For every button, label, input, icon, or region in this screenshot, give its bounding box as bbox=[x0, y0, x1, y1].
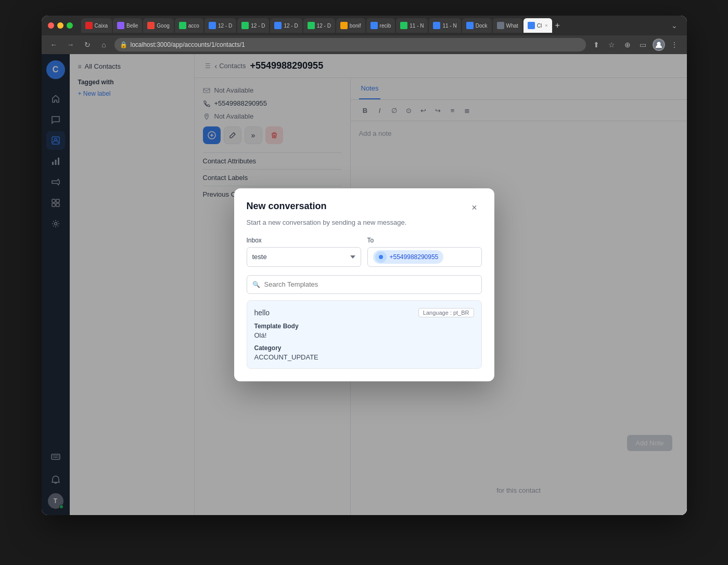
new-tab-button[interactable]: + bbox=[555, 21, 560, 30]
browser-tab-cl[interactable]: Cl × bbox=[523, 18, 552, 33]
tab-favicon-belle bbox=[117, 22, 124, 29]
browser-tab-11n2[interactable]: 11 - N bbox=[429, 18, 461, 33]
modal-title: New conversation bbox=[247, 201, 327, 212]
tab-label-11n1: 11 - N bbox=[410, 23, 424, 29]
url-text: localhost:3000/app/accounts/1/contacts/1 bbox=[131, 41, 245, 48]
menu-icon[interactable]: ⋮ bbox=[668, 38, 681, 51]
tab-label-dock: Dock bbox=[476, 23, 488, 29]
tab-label-cl: Cl bbox=[537, 23, 542, 29]
browser-tab-acco[interactable]: acco bbox=[175, 18, 203, 33]
template-card[interactable]: hello Language : pt_BR Template Body Olá… bbox=[247, 300, 482, 369]
tab-label-caixa: Caixa bbox=[95, 23, 108, 29]
bookmark-icon[interactable]: ☆ bbox=[606, 38, 618, 51]
template-category-label: Category bbox=[254, 344, 474, 352]
address-bar[interactable]: 🔒 localhost:3000/app/accounts/1/contacts… bbox=[114, 38, 586, 52]
tab-favicon-what bbox=[497, 22, 504, 29]
browser-tab-what[interactable]: What bbox=[493, 18, 522, 33]
browser-user-avatar[interactable] bbox=[653, 38, 665, 51]
browser-tab-12d4[interactable]: 12 - D bbox=[303, 18, 335, 33]
new-conversation-modal: New conversation × Start a new conversat… bbox=[234, 188, 494, 381]
modal-close-button[interactable]: × bbox=[467, 201, 482, 215]
browser-tabs: Caixa Belle Goog acco 12 - D 12 - D bbox=[81, 18, 664, 33]
share-icon[interactable]: ⬆ bbox=[590, 38, 603, 51]
browser-tab-dock[interactable]: Dock bbox=[462, 18, 492, 33]
inbox-select[interactable]: teste bbox=[247, 247, 361, 267]
close-tab-button[interactable]: × bbox=[545, 23, 547, 28]
tab-favicon-cl bbox=[528, 22, 535, 29]
search-icon: 🔍 bbox=[252, 281, 260, 288]
tab-label-12d2: 12 - D bbox=[251, 23, 265, 29]
browser-toolbar: ← → ↻ ⌂ 🔒 localhost:3000/app/accounts/1/… bbox=[42, 35, 687, 54]
browser-window: Caixa Belle Goog acco 12 - D 12 - D bbox=[42, 16, 687, 515]
toolbar-actions: ⬆ ☆ ⊕ ▭ ⋮ bbox=[590, 38, 681, 51]
to-tag-dot bbox=[375, 251, 387, 263]
tab-favicon-recib bbox=[371, 22, 378, 29]
to-tag-dot-inner bbox=[379, 255, 383, 259]
browser-titlebar: Caixa Belle Goog acco 12 - D 12 - D bbox=[42, 16, 687, 35]
tab-favicon-12d3 bbox=[274, 22, 282, 29]
to-label: To bbox=[367, 237, 482, 244]
more-options-button[interactable]: ⌄ bbox=[668, 19, 681, 32]
minimize-window-button[interactable] bbox=[57, 22, 63, 29]
sidebar-toggle-icon[interactable]: ▭ bbox=[637, 38, 649, 51]
home-button[interactable]: ⌂ bbox=[98, 38, 110, 51]
to-field[interactable]: +5549988290955 bbox=[367, 247, 482, 267]
tab-label-goog: Goog bbox=[157, 23, 169, 29]
tab-favicon-dock bbox=[466, 22, 474, 29]
modal-overlay[interactable]: New conversation × Start a new conversat… bbox=[42, 54, 687, 515]
back-button[interactable]: ← bbox=[48, 38, 60, 51]
forward-button[interactable]: → bbox=[65, 38, 77, 51]
to-phone-value: +5549988290955 bbox=[390, 253, 439, 261]
template-body-value: Olá! bbox=[254, 331, 474, 339]
browser-tab-goog[interactable]: Goog bbox=[143, 18, 173, 33]
lock-icon: 🔒 bbox=[120, 41, 127, 48]
tab-label-11n2: 11 - N bbox=[442, 23, 456, 29]
modal-form-row: Inbox teste To +5549988290955 bbox=[247, 237, 482, 267]
tab-favicon-caixa bbox=[85, 22, 93, 29]
modal-header: New conversation × bbox=[247, 201, 482, 215]
maximize-window-button[interactable] bbox=[67, 22, 73, 29]
tab-label-recib: recib bbox=[380, 23, 391, 29]
browser-tab-belle[interactable]: Belle bbox=[113, 18, 142, 33]
browser-tab-recib[interactable]: recib bbox=[366, 18, 395, 33]
tab-favicon-goog bbox=[147, 22, 155, 29]
close-icon: × bbox=[471, 202, 477, 213]
reload-button[interactable]: ↻ bbox=[81, 38, 94, 51]
traffic-lights bbox=[48, 22, 73, 29]
browser-tab-12d1[interactable]: 12 - D bbox=[205, 18, 236, 33]
tab-label-acco: acco bbox=[188, 23, 199, 29]
template-card-header: hello Language : pt_BR bbox=[254, 308, 474, 317]
tab-favicon-11n1 bbox=[400, 22, 407, 29]
inbox-label: Inbox bbox=[247, 237, 361, 244]
search-templates-container: 🔍 bbox=[247, 275, 482, 294]
search-templates-input[interactable] bbox=[264, 280, 476, 288]
tab-label-12d4: 12 - D bbox=[317, 23, 331, 29]
inbox-form-group: Inbox teste bbox=[247, 237, 361, 267]
tab-label-bonif: bonif bbox=[350, 23, 361, 29]
tab-favicon-12d2 bbox=[241, 22, 249, 29]
tab-favicon-bonif bbox=[340, 22, 348, 29]
browser-tab-12d2[interactable]: 12 - D bbox=[237, 18, 269, 33]
template-name: hello bbox=[254, 309, 270, 317]
tab-label-12d1: 12 - D bbox=[218, 23, 232, 29]
browser-tab-bonif[interactable]: bonif bbox=[336, 18, 365, 33]
browser-tab-caixa[interactable]: Caixa bbox=[81, 18, 112, 33]
tab-label-12d3: 12 - D bbox=[284, 23, 298, 29]
modal-subtitle: Start a new conversation by sending a ne… bbox=[247, 219, 482, 226]
tab-label-belle: Belle bbox=[126, 23, 138, 29]
browser-tab-11n1[interactable]: 11 - N bbox=[396, 18, 428, 33]
tab-favicon-12d4 bbox=[308, 22, 315, 29]
template-category-value: ACCOUNT_UPDATE bbox=[254, 353, 474, 361]
template-body-label: Template Body bbox=[254, 323, 474, 330]
browser-tab-12d3[interactable]: 12 - D bbox=[270, 18, 302, 33]
to-form-group: To +5549988290955 bbox=[367, 237, 482, 267]
tab-favicon-acco bbox=[179, 22, 186, 29]
close-window-button[interactable] bbox=[48, 22, 54, 29]
tab-favicon-12d1 bbox=[209, 22, 216, 29]
to-phone-tag: +5549988290955 bbox=[373, 250, 444, 264]
tab-favicon-11n2 bbox=[433, 22, 440, 29]
app-container: C bbox=[42, 54, 687, 515]
language-badge: Language : pt_BR bbox=[418, 308, 474, 317]
extensions-icon[interactable]: ⊕ bbox=[621, 38, 634, 51]
tab-label-what: What bbox=[506, 23, 518, 29]
